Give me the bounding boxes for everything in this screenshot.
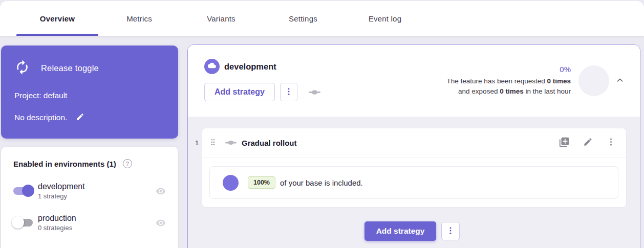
kebab-menu-icon: [284, 87, 293, 98]
toggle-type-label: Release toggle: [41, 63, 99, 73]
tab-settings[interactable]: Settings: [262, 1, 344, 36]
description-text: No description.: [14, 113, 67, 122]
kebab-menu-icon: [606, 137, 616, 148]
add-strategy-button[interactable]: Add strategy: [204, 83, 275, 101]
strategy-body: 100% of your base is included.: [202, 157, 626, 207]
metrics-line-2: and exposed 0 times in the last hour: [447, 86, 571, 97]
drag-indicator-icon: [209, 137, 217, 149]
tab-variants[interactable]: Variants: [180, 1, 262, 36]
metrics-line-1: The feature has been requested 0 times: [447, 76, 571, 86]
tab-event-log[interactable]: Event log: [344, 1, 426, 36]
environment-accordion-card: development Add strategy 0%: [187, 44, 640, 248]
cloud-icon: [208, 61, 216, 72]
environment-row-development: development 1 strategy: [13, 182, 166, 200]
more-strategy-options-button[interactable]: [441, 222, 460, 240]
release-toggle-card: Release toggle Project: default No descr…: [1, 46, 178, 139]
edit-strategy-button[interactable]: [583, 137, 593, 148]
rollout-description: of your base is included.: [280, 178, 363, 187]
strategy-index: 1: [192, 128, 202, 208]
tab-label: Event log: [369, 14, 401, 23]
tab-label: Settings: [289, 14, 317, 23]
toggle-thumb: [12, 216, 24, 229]
metrics-percent: 0%: [447, 65, 571, 74]
environment-name: production: [38, 214, 76, 223]
visibility-icon[interactable]: [156, 186, 166, 196]
strategy-header: Gradual rollout: [202, 128, 626, 157]
tab-bar: Overview Metrics Variants Settings Event…: [0, 1, 644, 36]
rollout-strategy-icon: [308, 86, 321, 99]
rollout-circle-icon: [223, 175, 239, 191]
tab-label: Variants: [207, 14, 235, 23]
project-label: Project: default: [14, 91, 178, 100]
environment-row-production: production 0 strategies: [13, 214, 166, 232]
help-icon[interactable]: ?: [123, 159, 132, 168]
copy-icon: [559, 137, 570, 149]
add-strategy-button[interactable]: Add strategy: [364, 221, 437, 241]
strategy-card: Gradual rollout: [202, 128, 627, 208]
kebab-menu-icon: [446, 226, 455, 237]
drag-handle[interactable]: [209, 137, 217, 149]
environment-title: development: [224, 62, 276, 72]
feature-toggle-page: Overview Metrics Variants Settings Event…: [0, 0, 644, 248]
pencil-icon: [583, 137, 593, 148]
visibility-icon[interactable]: [156, 218, 166, 228]
strategy-title: Gradual rollout: [242, 139, 297, 147]
strategy-list: 1 Gradual rollout: [188, 117, 640, 241]
tab-overview[interactable]: Overview: [16, 1, 98, 36]
strategy-menu-button[interactable]: [606, 137, 616, 148]
environments-card: Enabled in environments (1) ? developmen…: [1, 147, 178, 248]
metrics-summary: 0% The feature has been requested 0 time…: [447, 65, 571, 97]
toggle-thumb: [22, 185, 34, 197]
tab-label: Overview: [40, 14, 75, 23]
copy-strategy-button[interactable]: [559, 137, 570, 149]
rollout-strategy-icon: [225, 137, 237, 149]
active-tab-indicator: [16, 34, 98, 36]
environment-strategy-count: 0 strategies: [38, 224, 76, 232]
environment-menu-button[interactable]: [280, 83, 297, 101]
edit-description-button[interactable]: [76, 112, 84, 123]
environment-name: development: [38, 182, 85, 191]
environment-header: development Add strategy 0%: [188, 45, 640, 117]
tab-label: Metrics: [126, 14, 152, 23]
environment-strategy-count: 1 strategy: [38, 192, 85, 200]
environment-avatar: [204, 59, 220, 74]
pencil-icon: [76, 112, 84, 123]
tab-metrics[interactable]: Metrics: [98, 1, 180, 36]
metrics-donut: [578, 65, 609, 96]
rollout-percentage-badge: 100%: [248, 176, 275, 189]
chevron-up-icon: [615, 76, 625, 86]
strategy-footer-actions: Add strategy: [192, 221, 627, 241]
refresh-icon: [14, 59, 30, 77]
production-toggle[interactable]: [13, 219, 33, 227]
collapse-button[interactable]: [615, 76, 625, 86]
development-toggle[interactable]: [13, 187, 33, 195]
rollout-summary-box: 100% of your base is included.: [209, 166, 618, 199]
environments-title: Enabled in environments (1): [13, 160, 116, 168]
